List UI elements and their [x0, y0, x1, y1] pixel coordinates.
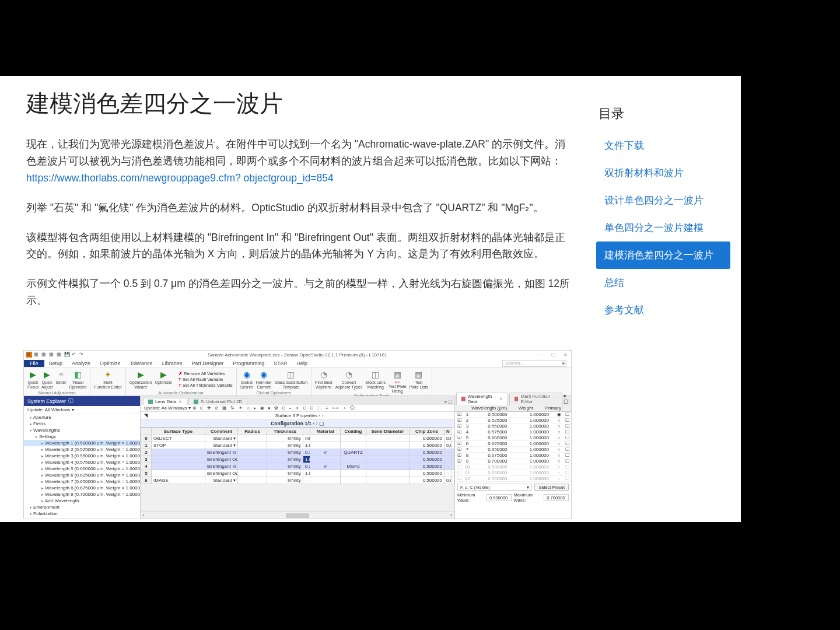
- max-wave-field[interactable]: 0.700000: [544, 494, 569, 501]
- help-icon[interactable]: ⓘ: [68, 397, 74, 405]
- search-box[interactable]: Search...▶: [502, 360, 566, 367]
- quick-access-toolbar[interactable]: ▦▦▦▦▦💾↶↷: [26, 352, 85, 358]
- toc-item[interactable]: 参考文献: [596, 296, 730, 324]
- lens-data-toolbar[interactable]: Update: All Windows ▾ ⊕ C ✚ ⊘ ▦ ⇅ ✶ ☼ ▸ …: [141, 405, 454, 412]
- toc-item[interactable]: 建模消色差四分之一波片: [596, 242, 730, 269]
- tree-item[interactable]: ▸Wavelength 7 (0.650000 um, Weight = 1.0…: [24, 478, 140, 485]
- toolbar-icons[interactable]: ⊕ C ✚ ⊘ ▦ ⇅ ✶ ☼ ▸ ◉ ● ✿ O • ⪡ C ⊙ ⬚ ≡ ⟷ …: [192, 405, 356, 411]
- wavelength-row[interactable]: ☑20.5250001.000000○☐: [455, 418, 571, 424]
- menu-tab[interactable]: Programming: [228, 360, 269, 366]
- panel-tab[interactable]: Merit Function Editor: [509, 393, 562, 405]
- tree-item[interactable]: ▸Wavelength 4 (0.575000 um, Weight = 1.0…: [24, 459, 140, 466]
- ribbon-button[interactable]: ▶OptimizationWizard: [130, 369, 152, 390]
- menu-tab[interactable]: Setup: [44, 360, 68, 366]
- wavelength-row[interactable]: ☑80.6750001.000000○☐: [455, 453, 571, 459]
- window-controls[interactable]: −☐✕: [540, 352, 568, 358]
- ribbon-button[interactable]: ◉HammerCurrent: [256, 369, 272, 390]
- ribbon-button[interactable]: ≡Slider: [56, 369, 66, 390]
- tree-item[interactable]: ▸Polarization: [24, 510, 140, 517]
- wavelength-row[interactable]: ☑10.5000001.000000◉☐: [455, 412, 571, 418]
- toc-item[interactable]: 设计单色四分之一波片: [596, 187, 730, 214]
- tree-item[interactable]: ▸Advanced: [24, 517, 140, 519]
- minimize-icon: −: [540, 352, 543, 358]
- ribbon-button[interactable]: ▦testTest PlateFitting: [388, 369, 407, 393]
- article-title: 建模消色差四分之一波片: [26, 88, 575, 120]
- tree-item[interactable]: ▸Wavelength 2 (0.525000 um, Weight = 1.0…: [24, 446, 140, 453]
- paragraph-3: 该模型将包含两组使用以上材料建模的 "Birefringent In" 和 "B…: [26, 229, 575, 263]
- paragraph-1-text: 现在，让我们为宽带光源建模消色差波片。在附件中可以找到一个名为 "Achroma…: [26, 138, 565, 167]
- wavelength-row[interactable]: ☑70.6500001.000000○☐: [455, 447, 571, 453]
- wavelength-row[interactable]: ☑40.5750001.000000○☐: [455, 429, 571, 435]
- ribbon-button[interactable]: ✦MeritFunction Editor: [94, 369, 121, 396]
- ribbon-line-button[interactable]: TSet All Thickness Variable: [178, 383, 233, 388]
- tree-item[interactable]: ▸Wavelength 5 (0.600000 um, Weight = 1.0…: [24, 466, 140, 472]
- editor-tab[interactable]: Lens Data ✕: [143, 398, 187, 405]
- ribbon-button[interactable]: ◫Stock LensMatching: [365, 369, 386, 393]
- ribbon-button[interactable]: ◔ConvertAsphere Types: [335, 369, 363, 393]
- panel-tab[interactable]: Wavelength Data ✕: [456, 393, 508, 405]
- menu-tab[interactable]: Analyze: [67, 360, 95, 366]
- app-titlebar: ▦▦▦▦▦💾↶↷ Sample Achromatic Waveplate.zos…: [24, 351, 571, 359]
- ribbon-button[interactable]: ▦TestPlate Lists: [410, 369, 428, 393]
- surface-arrow-icon[interactable]: ◥: [144, 413, 148, 418]
- tree-item[interactable]: ▸Environment: [24, 504, 140, 510]
- menu-tab[interactable]: Libraries: [158, 360, 187, 366]
- menu-tab[interactable]: Tolerance: [125, 360, 158, 366]
- ribbon-button[interactable]: ◫Glass SubstitutionTemplate: [275, 369, 307, 390]
- wavelength-row[interactable]: ☑60.6250001.000000○☐: [455, 441, 571, 447]
- close-icon: ✕: [564, 352, 568, 358]
- ribbon-line-button[interactable]: TSet All Radii Variable: [178, 377, 233, 383]
- editor-tabs: Lens Data ✕5: Universal Plot 2D▾ ☐: [141, 396, 454, 405]
- ribbon-button[interactable]: ◧VisualOptimizer: [69, 369, 87, 390]
- tree-item[interactable]: ▸Wavelength 8 (0.675000 um, Weight = 1.0…: [24, 485, 140, 491]
- wavelength-row[interactable]: ☐120.5500001.000000○☐: [455, 476, 571, 482]
- ribbon-button[interactable]: ▶QuickFocus: [27, 369, 38, 390]
- tree-item[interactable]: ▸Add Wavelength: [24, 498, 140, 504]
- tree-item[interactable]: ▸Wavelength 6 (0.625000 um, Weight = 1.0…: [24, 472, 140, 478]
- editor-tab[interactable]: 5: Universal Plot 2D: [188, 398, 247, 405]
- menu-tab[interactable]: STAR: [269, 360, 292, 366]
- thorlabs-link[interactable]: https://www.thorlabs.com/newgrouppage9.c…: [26, 172, 334, 184]
- ribbon-line-button[interactable]: ✗Remove All Variables: [178, 371, 233, 377]
- search-placeholder: Search...: [505, 360, 524, 366]
- ribbon-button[interactable]: ▶QuickAdjust: [41, 369, 52, 390]
- menu-tab[interactable]: Optimize: [95, 360, 125, 366]
- tree-item[interactable]: ▸Aperture: [24, 414, 140, 421]
- wavelength-row[interactable]: ☑50.6000001.000000○☐: [455, 435, 571, 441]
- menu-tab[interactable]: Part Designer: [187, 360, 228, 366]
- tree-item[interactable]: ▸Wavelengths: [24, 427, 140, 433]
- toc-item[interactable]: 双折射材料和波片: [596, 159, 730, 187]
- preset-select[interactable]: F, d, C (Visible)▾: [457, 484, 532, 491]
- file-tab[interactable]: File: [24, 360, 44, 367]
- system-explorer-update[interactable]: Update: All Windows ▾: [24, 406, 140, 414]
- tree-item[interactable]: ▸Wavelength 3 (0.550000 um, Weight = 1.0…: [24, 453, 140, 459]
- min-wave-field[interactable]: 0.500000: [487, 494, 512, 501]
- wavelength-row[interactable]: ☑90.7000001.000000○☐: [455, 459, 571, 464]
- menu-tab[interactable]: Help: [292, 360, 313, 366]
- ribbon-button[interactable]: ◔Find BestAsphere: [315, 369, 332, 393]
- wavelength-row[interactable]: ☑30.5500001.000000○☐: [455, 424, 571, 429]
- ribbon-button[interactable]: ◉GlobalSearch: [240, 369, 253, 390]
- tree-item[interactable]: ▸Settings: [24, 433, 140, 440]
- horizontal-scrollbar[interactable]: ‹›: [141, 512, 454, 519]
- tree-item[interactable]: ▸Fields: [24, 421, 140, 427]
- tree-item[interactable]: ▸Wavelength 9 (0.700000 um, Weight = 1.0…: [24, 491, 140, 498]
- ribbon-button[interactable]: ▶Optimize!: [155, 369, 172, 390]
- max-wave-label: Maximum Wave:: [514, 492, 542, 503]
- tab-controls[interactable]: ▾ ☐: [444, 400, 452, 405]
- lens-data-grid[interactable]: Surface TypeCommentRadiusThicknessMateri…: [141, 428, 454, 484]
- maximize-icon: ☐: [551, 352, 555, 358]
- wavelength-row[interactable]: ☐100.5000001.000000○☐: [455, 464, 571, 470]
- tab-controls[interactable]: ▾ ☐: [564, 393, 571, 405]
- toc-heading: 目录: [596, 105, 730, 123]
- wavelength-grid[interactable]: ☑10.5000001.000000◉☐☑20.5250001.000000○☐…: [455, 412, 571, 482]
- wavelength-row[interactable]: ☐110.5500001.000000○☐: [455, 470, 571, 476]
- toc-item[interactable]: 文件下载: [596, 132, 730, 159]
- paragraph-1: 现在，让我们为宽带光源建模消色差波片。在附件中可以找到一个名为 "Achroma…: [26, 136, 575, 187]
- toc-item[interactable]: 单色四分之一波片建模: [596, 214, 730, 242]
- surface-properties-bar[interactable]: ◥ Surface 3 Properties ‹ ›: [141, 412, 454, 420]
- system-explorer: System Explorerⓘ Update: All Windows ▾ ▸…: [24, 396, 141, 519]
- tree-item[interactable]: ▸Wavelength 1 (0.500000 um, Weight = 1.0…: [24, 440, 140, 446]
- select-preset-button[interactable]: Select Preset: [534, 484, 569, 491]
- toc-item[interactable]: 总结: [596, 269, 730, 296]
